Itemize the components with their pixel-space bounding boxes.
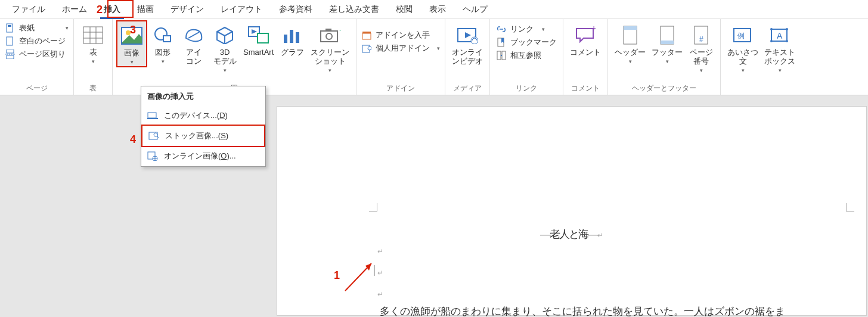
chevron-down-icon: ▾: [542, 26, 545, 32]
page-number-label: ページ 番号: [690, 48, 713, 66]
group-comments-label: コメント: [567, 82, 604, 95]
text-cursor: [374, 265, 374, 276]
tab-help[interactable]: ヘルプ: [454, 1, 496, 18]
group-media-label: メディア: [449, 82, 486, 95]
comment-label: コメント: [570, 48, 601, 57]
document-title: ―老人と海―↵: [277, 227, 866, 241]
ribbon: 表紙 ▾ 空白のページ ページ区切り ページ: [0, 19, 868, 95]
svg-rect-42: [624, 26, 637, 30]
document-page[interactable]: ―老人と海―↵ ↵ ↵ ↵ 多くの漁師が船のまわりに集まり、そこに括られた物を見…: [277, 106, 867, 316]
online-video-button[interactable]: オンライ ンビデオ: [449, 20, 486, 68]
group-tables: 表 ▾ 表: [74, 19, 113, 95]
store-icon: [361, 30, 372, 41]
picture-icon: [120, 24, 144, 48]
from-this-device-item[interactable]: このデバイス...(D): [141, 105, 265, 126]
tab-review[interactable]: 校閲: [388, 1, 421, 18]
link-button[interactable]: リンク ▾: [496, 24, 557, 35]
tab-design[interactable]: デザイン: [162, 1, 212, 18]
camera-icon: +: [318, 23, 342, 47]
group-headerfooter-label: ヘッダーとフッター: [612, 82, 717, 95]
chevron-down-icon: ▾: [629, 58, 632, 64]
tab-draw[interactable]: 描画: [129, 1, 162, 18]
svg-rect-26: [326, 29, 331, 32]
footer-button[interactable]: フッター ▾: [649, 20, 686, 66]
crop-mark: [846, 203, 854, 212]
cube-icon: [213, 23, 237, 47]
page-break-label: ページ区切り: [19, 49, 66, 60]
tab-insert[interactable]: 挿入: [95, 1, 129, 18]
bookmark-button[interactable]: ブックマーク: [496, 37, 557, 48]
group-pages-label: ページ: [4, 82, 70, 95]
my-addins-button[interactable]: 個人用アドイン ▾: [361, 43, 440, 54]
screenshot-button[interactable]: + スクリーン ショット ▾: [308, 20, 352, 75]
greeting-label: あいさつ 文: [727, 48, 758, 66]
annotation-4: 4: [130, 133, 136, 146]
tab-home[interactable]: ホーム: [54, 1, 95, 18]
tab-references[interactable]: 参考資料: [271, 1, 321, 18]
page-break-button[interactable]: ページ区切り: [5, 49, 69, 60]
get-addins-button[interactable]: アドインを入手: [361, 30, 440, 41]
svg-text:+: +: [591, 26, 596, 33]
svg-point-25: [326, 33, 332, 39]
stock-images-item[interactable]: ストック画像...(S): [141, 125, 265, 147]
svg-point-54: [786, 40, 788, 42]
paragraph-mark: ↵: [377, 269, 383, 277]
group-media: オンライ ンビデオ メディア: [445, 19, 490, 95]
svg-rect-19: [258, 33, 268, 43]
shapes-button[interactable]: 図形 ▾: [147, 20, 178, 66]
paragraph-mark: ↵: [377, 247, 383, 256]
online-pictures-item[interactable]: オンライン画像(O)...: [141, 146, 265, 166]
svg-rect-38: [502, 51, 506, 60]
svg-rect-6: [83, 27, 103, 43]
chart-button[interactable]: グラフ: [277, 20, 308, 59]
greeting-button[interactable]: 例 あいさつ 文 ▾: [724, 20, 761, 75]
group-text: 例 あいさつ 文 ▾ A テキスト ボックス ▾: [721, 19, 802, 95]
screenshot-label: スクリーン ショット: [311, 48, 349, 66]
group-headerfooter: ヘッダー ▾ フッター ▾ # ページ 番号 ▾ ヘッダーとフッター: [608, 19, 721, 95]
svg-point-31: [368, 46, 371, 50]
group-pages: 表紙 ▾ 空白のページ ページ区切り ページ: [0, 19, 74, 95]
shapes-label: 図形: [155, 48, 170, 57]
ribbon-tabs: ファイル ホーム 挿入 描画 デザイン レイアウト 参考資料 差し込み文書 校閲…: [0, 0, 868, 19]
group-links-label: リンク: [494, 82, 559, 95]
svg-point-53: [770, 40, 773, 42]
smartart-button[interactable]: SmartArt: [240, 20, 277, 59]
group-illustrations: 画像 ▾ 図形 ▾ アイ コン 3D モデル: [113, 19, 356, 95]
page-number-icon: #: [689, 23, 713, 47]
pictures-button[interactable]: 画像 ▾: [116, 20, 147, 67]
comment-icon: +: [574, 23, 597, 47]
bar-chart-icon: [280, 23, 304, 47]
chevron-down-icon: ▾: [224, 67, 227, 73]
svg-rect-1: [8, 25, 11, 27]
textbox-button[interactable]: A テキスト ボックス ▾: [761, 20, 798, 75]
greeting-icon: 例: [731, 23, 755, 47]
comment-button[interactable]: + コメント: [567, 20, 604, 59]
tab-view[interactable]: 表示: [421, 1, 454, 18]
blank-page-button[interactable]: 空白のページ: [5, 36, 69, 46]
table-button[interactable]: 表 ▾: [78, 20, 108, 66]
3d-models-button[interactable]: 3D モデル ▾: [209, 20, 240, 75]
page-number-button[interactable]: # ページ 番号 ▾: [686, 20, 717, 75]
stock-images-icon: [148, 130, 159, 141]
tab-layout[interactable]: レイアウト: [212, 1, 271, 18]
puzzle-icon: [361, 43, 372, 54]
crossref-button[interactable]: 相互参照: [496, 50, 557, 61]
svg-rect-2: [7, 37, 13, 45]
header-label: ヘッダー: [615, 48, 646, 57]
cover-page-button[interactable]: 表紙 ▾: [5, 23, 69, 33]
header-button[interactable]: ヘッダー ▾: [612, 20, 649, 66]
header-icon: [618, 23, 642, 47]
tab-mailings[interactable]: 差し込み文書: [321, 1, 388, 18]
svg-rect-14: [163, 36, 170, 42]
icons-button[interactable]: アイ コン: [178, 20, 209, 68]
svg-point-12: [126, 30, 131, 35]
group-addins-label: アドイン: [360, 82, 441, 95]
group-text-label: [724, 92, 798, 95]
blank-page-icon: [5, 36, 16, 46]
svg-marker-20: [252, 29, 257, 34]
tab-file[interactable]: ファイル: [4, 1, 54, 18]
svg-rect-37: [497, 51, 501, 60]
table-label: 表: [89, 48, 97, 57]
svg-marker-36: [501, 38, 504, 43]
svg-text:例: 例: [737, 32, 745, 40]
